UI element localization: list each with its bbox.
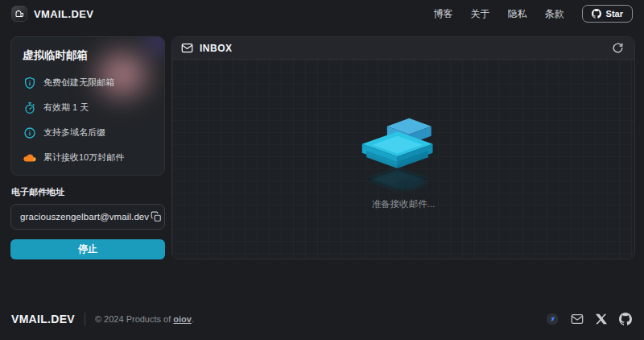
cloudflare-icon [23,151,36,164]
stop-button[interactable]: 停止 [10,239,165,259]
info-icon [23,126,36,139]
email-address-value: graciouszengelbart@vmail.dev [20,212,149,222]
shield-icon [23,76,36,89]
email-address-field[interactable]: graciouszengelbart@vmail.dev [10,204,165,230]
copy-icon[interactable] [149,209,163,224]
github-icon [592,9,601,19]
footer-icons [546,313,632,325]
inbox-title: INBOX [200,43,233,54]
boxes-illustration [352,111,455,209]
main-content: 虚拟临时邮箱 免费创建无限邮箱 [0,27,644,305]
nav-terms[interactable]: 条款 [545,7,564,21]
brand-name: VMAIL.DEV [34,8,93,20]
copyright-text: © 2024 Products of oiov. [95,314,194,324]
email-address-label: 电子邮件地址 [11,186,165,198]
oiov-link[interactable]: oiov [173,314,192,324]
feature-text: 支持多域名后缀 [43,126,105,139]
star-button-label: Star [606,9,623,19]
copyright-prefix: © 2024 Products of [95,314,173,324]
x-icon[interactable] [596,313,607,325]
page-footer: VMAIL.DEV © 2024 Products of oiov. [0,305,644,340]
nav-about[interactable]: 关于 [471,7,490,21]
feature-text: 有效期 1 天 [43,102,89,114]
feature-item: 免费创建无限邮箱 [23,76,153,89]
sidebar: 虚拟临时邮箱 免费创建无限邮箱 [10,36,165,259]
nav-blog[interactable]: 博客 [434,7,453,21]
inbox-body: 准备接收邮件... [172,60,634,259]
refresh-button[interactable] [610,40,625,56]
nav-privacy[interactable]: 隐私 [508,7,527,21]
mailbox-logo-icon [11,6,27,22]
card-title: 虚拟临时邮箱 [23,48,153,63]
inbox-panel: INBOX [171,36,635,259]
footer-left: VMAIL.DEV © 2024 Products of oiov. [11,313,194,325]
feature-item: 支持多域名后缀 [23,126,153,139]
feature-item: 累计接收10万封邮件 [23,151,153,164]
brand: VMAIL.DEV [11,6,93,22]
github-icon[interactable] [619,313,632,325]
copyright-suffix: . [192,314,194,324]
github-star-button[interactable]: Star [582,5,633,23]
feature-list: 免费创建无限邮箱 有效期 1 天 [23,76,153,164]
inbox-header: INBOX [172,37,634,60]
footer-divider [85,313,85,325]
envelope-icon [181,43,193,53]
feature-text: 累计接收10万封邮件 [43,151,124,164]
info-card: 虚拟临时邮箱 免费创建无限邮箱 [10,36,165,176]
footer-brand: VMAIL.DEV [11,313,75,325]
empty-state: 准备接收邮件... [352,111,455,210]
envelope-icon[interactable] [571,313,584,325]
compass-icon[interactable] [546,313,559,325]
feature-item: 有效期 1 天 [23,101,153,114]
top-header: VMAIL.DEV 博客 关于 隐私 条款 Star [0,0,644,27]
timer-icon [23,101,36,114]
top-nav: 博客 关于 隐私 条款 Star [434,5,633,23]
empty-state-text: 准备接收邮件... [372,198,436,210]
feature-text: 免费创建无限邮箱 [43,77,114,89]
